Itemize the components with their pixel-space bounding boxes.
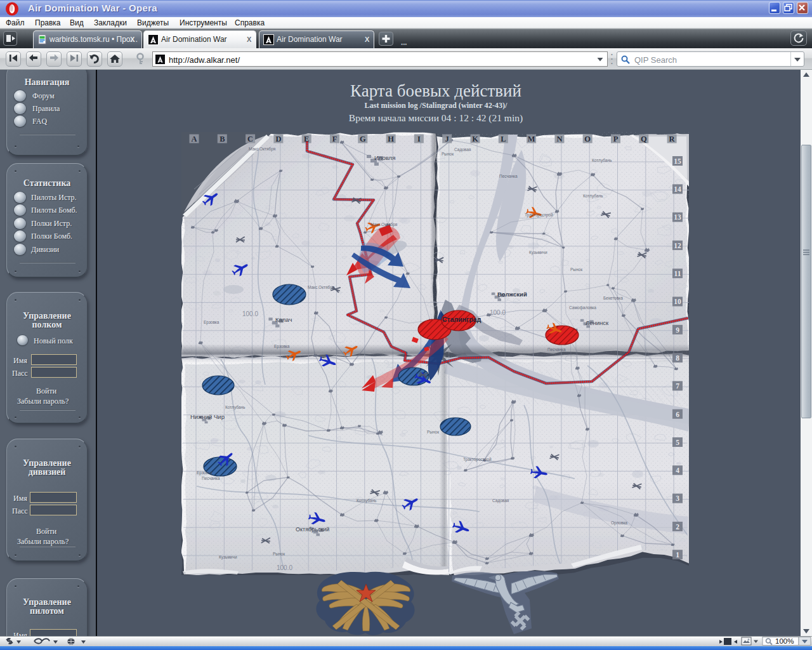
svg-text:15: 15	[674, 157, 681, 165]
svg-text:Макс.Октября: Макс.Октября	[370, 222, 398, 227]
svg-text:1: 1	[676, 551, 679, 559]
svg-text:10: 10	[674, 298, 681, 305]
svg-text:G: G	[360, 135, 366, 143]
svg-text:Ленинск: Ленинск	[586, 319, 609, 326]
svg-text:Тракторострой: Тракторострой	[525, 213, 553, 218]
svg-text:4: 4	[676, 467, 679, 474]
svg-text:9: 9	[676, 326, 679, 334]
svg-text:Рынок: Рынок	[570, 267, 582, 272]
svg-text:K: K	[472, 135, 478, 143]
svg-text:B: B	[219, 135, 225, 143]
svg-text:J: J	[445, 135, 449, 143]
svg-text:13: 13	[674, 213, 681, 221]
svg-text:R: R	[669, 135, 676, 143]
svg-text:Бекетовка: Бекетовка	[603, 296, 623, 300]
svg-text:P: P	[613, 135, 619, 143]
svg-text:O: O	[584, 135, 591, 143]
svg-text:Волжский: Волжский	[497, 291, 527, 298]
svg-text:7: 7	[676, 382, 679, 390]
svg-text:Тракторострой: Тракторострой	[463, 457, 492, 462]
svg-text:Ерзовка: Ерзовка	[197, 470, 213, 475]
svg-text:100%: 100%	[775, 637, 794, 645]
svg-text:Котлубань: Котлубань	[225, 405, 246, 410]
svg-text:Котлубань: Котлубань	[357, 498, 377, 503]
svg-text:Ерзовка: Ерзовка	[274, 344, 290, 349]
svg-text:100.0: 100.0	[242, 310, 258, 317]
svg-text:Садовая: Садовая	[454, 147, 471, 152]
svg-text:2: 2	[676, 523, 679, 531]
svg-text:Калач: Калач	[275, 316, 292, 323]
svg-text:Самофаловка: Самофаловка	[569, 305, 596, 310]
svg-text:Q: Q	[641, 135, 647, 143]
svg-text:Ерзовка: Ерзовка	[204, 320, 219, 325]
svg-text:I: I	[417, 135, 421, 143]
svg-text:Котлубань: Котлубань	[583, 194, 603, 199]
svg-text:Котлубань: Котлубань	[592, 158, 612, 163]
svg-text:6: 6	[676, 411, 679, 418]
svg-text:Кузьмичи: Кузьмичи	[529, 250, 547, 255]
svg-text:Нижний Чир: Нижний Чир	[190, 413, 225, 420]
svg-text:Песчанка: Песчанка	[547, 347, 566, 352]
svg-text:M: M	[528, 135, 535, 143]
svg-text:Иловля: Иловля	[374, 154, 395, 161]
svg-text:Макс.Октября: Макс.Октября	[308, 285, 335, 290]
svg-text:Кузьмичи: Кузьмичи	[219, 555, 237, 560]
svg-text:14: 14	[674, 185, 681, 193]
svg-text:8: 8	[676, 354, 679, 362]
svg-text:H: H	[388, 135, 394, 143]
svg-text:Рынок: Рынок	[427, 430, 439, 434]
svg-text:3: 3	[676, 494, 679, 502]
svg-text:D: D	[275, 135, 281, 143]
svg-text:Сталинград: Сталинград	[442, 315, 481, 323]
svg-text:11: 11	[674, 270, 681, 277]
svg-text:100.0: 100.0	[277, 564, 292, 571]
svg-text:Песчанка: Песчанка	[499, 174, 518, 178]
svg-text:F: F	[332, 135, 337, 143]
svg-text:Орловка: Орловка	[611, 521, 627, 526]
svg-text:100.0: 100.0	[490, 309, 506, 316]
svg-text:5: 5	[676, 439, 679, 446]
svg-text:Садовая: Садовая	[492, 498, 509, 503]
svg-text:Рынок: Рынок	[273, 552, 285, 556]
svg-text:Рынок: Рынок	[442, 152, 454, 156]
svg-text:L: L	[501, 135, 506, 143]
svg-text:Макс.Октября: Макс.Октября	[249, 147, 276, 152]
svg-text:A: A	[191, 135, 197, 143]
svg-text:N: N	[556, 135, 562, 143]
svg-text:C: C	[247, 135, 253, 143]
svg-text:Октябрьский: Октябрьский	[296, 526, 329, 533]
svg-text:12: 12	[674, 242, 681, 249]
svg-text:Песчанка: Песчанка	[202, 476, 220, 481]
